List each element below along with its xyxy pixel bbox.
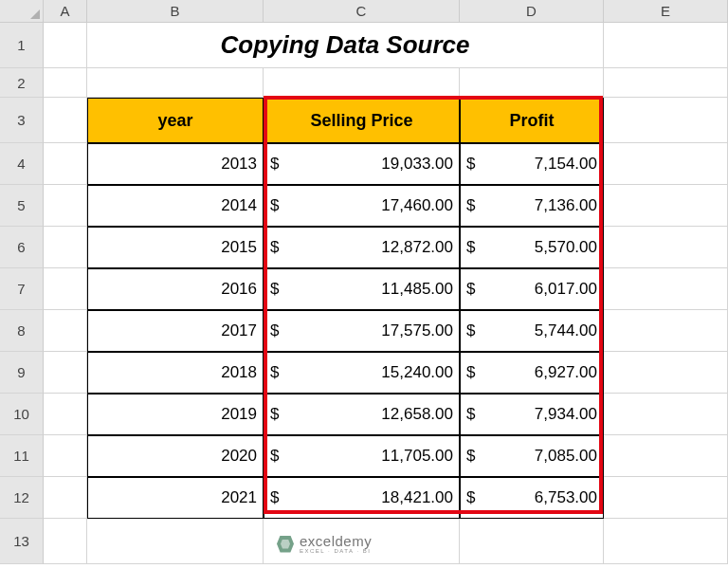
- select-all-corner[interactable]: [0, 0, 44, 23]
- amount: 17,460.00: [381, 196, 453, 215]
- row-header-2[interactable]: 2: [0, 68, 44, 98]
- cell-a1[interactable]: [44, 23, 87, 68]
- row-header-9[interactable]: 9: [0, 352, 44, 394]
- cell-a3[interactable]: [44, 98, 87, 143]
- cell-year-2021[interactable]: 2021: [87, 477, 264, 519]
- cell-profit-2013[interactable]: $7,154.00: [460, 143, 604, 185]
- cell-year-2017[interactable]: 2017: [87, 310, 264, 352]
- col-header-a[interactable]: A: [44, 0, 87, 23]
- cell-a11[interactable]: [44, 435, 87, 477]
- cell-profit-2015[interactable]: $5,570.00: [460, 227, 604, 268]
- amount: 5,744.00: [535, 321, 597, 340]
- currency-symbol: $: [270, 321, 279, 340]
- currency-symbol: $: [270, 405, 279, 424]
- cell-profit-2018[interactable]: $6,927.00: [460, 352, 604, 394]
- currency-symbol: $: [466, 196, 475, 215]
- cell-e10[interactable]: [604, 394, 728, 435]
- row-header-11[interactable]: 11: [0, 435, 44, 477]
- currency-symbol: $: [270, 155, 279, 174]
- row-header-6[interactable]: 6: [0, 227, 44, 268]
- currency-symbol: $: [270, 488, 279, 507]
- cell-selling-2015[interactable]: $12,872.00: [264, 227, 460, 268]
- currency-symbol: $: [270, 238, 279, 257]
- amount: 6,927.00: [535, 363, 597, 382]
- cell-selling-2021[interactable]: $18,421.00: [264, 477, 460, 519]
- cell-e6[interactable]: [604, 227, 728, 268]
- row-header-12[interactable]: 12: [0, 477, 44, 519]
- row-header-5[interactable]: 5: [0, 185, 44, 227]
- cell-e5[interactable]: [604, 185, 728, 227]
- cell-e2[interactable]: [604, 68, 728, 98]
- cell-profit-2021[interactable]: $6,753.00: [460, 477, 604, 519]
- header-profit[interactable]: Profit: [460, 98, 604, 143]
- row-header-7[interactable]: 7: [0, 268, 44, 310]
- row-header-10[interactable]: 10: [0, 394, 44, 435]
- cell-e1[interactable]: [604, 23, 728, 68]
- cell-profit-2020[interactable]: $7,085.00: [460, 435, 604, 477]
- row-header-8[interactable]: 8: [0, 310, 44, 352]
- cell-profit-2017[interactable]: $5,744.00: [460, 310, 604, 352]
- cell-selling-2014[interactable]: $17,460.00: [264, 185, 460, 227]
- amount: 7,136.00: [535, 196, 597, 215]
- cell-e9[interactable]: [604, 352, 728, 394]
- cell-d2[interactable]: [460, 68, 604, 98]
- cell-selling-2019[interactable]: $12,658.00: [264, 394, 460, 435]
- cell-selling-2018[interactable]: $15,240.00: [264, 352, 460, 394]
- cell-profit-2019[interactable]: $7,934.00: [460, 394, 604, 435]
- cell-e11[interactable]: [604, 435, 728, 477]
- title-cell[interactable]: Copying Data Source: [87, 23, 604, 68]
- cell-a5[interactable]: [44, 185, 87, 227]
- cell-e3[interactable]: [604, 98, 728, 143]
- cell-b2[interactable]: [87, 68, 264, 98]
- cell-selling-2013[interactable]: $19,033.00: [264, 143, 460, 185]
- cell-year-2013[interactable]: 2013: [87, 143, 264, 185]
- cell-e13[interactable]: [604, 519, 728, 564]
- row-header-4[interactable]: 4: [0, 143, 44, 185]
- cell-a7[interactable]: [44, 268, 87, 310]
- cell-year-2019[interactable]: 2019: [87, 394, 264, 435]
- cell-year-2018[interactable]: 2018: [87, 352, 264, 394]
- cell-selling-2016[interactable]: $11,485.00: [264, 268, 460, 310]
- cell-a13[interactable]: [44, 519, 87, 564]
- header-year[interactable]: year: [87, 98, 264, 143]
- currency-symbol: $: [466, 488, 475, 507]
- col-header-e[interactable]: E: [604, 0, 728, 23]
- currency-symbol: $: [466, 405, 475, 424]
- currency-symbol: $: [466, 238, 475, 257]
- amount: 12,658.00: [381, 405, 453, 424]
- amount: 11,485.00: [381, 280, 453, 299]
- amount: 6,017.00: [535, 280, 597, 299]
- cell-a12[interactable]: [44, 477, 87, 519]
- cell-e8[interactable]: [604, 310, 728, 352]
- cell-a8[interactable]: [44, 310, 87, 352]
- cell-profit-2014[interactable]: $7,136.00: [460, 185, 604, 227]
- cell-year-2020[interactable]: 2020: [87, 435, 264, 477]
- currency-symbol: $: [466, 447, 475, 466]
- col-header-b[interactable]: B: [87, 0, 264, 23]
- cell-a9[interactable]: [44, 352, 87, 394]
- cell-d13[interactable]: [460, 519, 604, 564]
- cell-a6[interactable]: [44, 227, 87, 268]
- row-header-3[interactable]: 3: [0, 98, 44, 143]
- amount: 15,240.00: [381, 363, 453, 382]
- cell-e4[interactable]: [604, 143, 728, 185]
- row-header-13[interactable]: 13: [0, 519, 44, 564]
- cell-selling-2017[interactable]: $17,575.00: [264, 310, 460, 352]
- row-header-1[interactable]: 1: [0, 23, 44, 68]
- cell-a2[interactable]: [44, 68, 87, 98]
- cell-year-2015[interactable]: 2015: [87, 227, 264, 268]
- cell-a10[interactable]: [44, 394, 87, 435]
- cell-year-2016[interactable]: 2016: [87, 268, 264, 310]
- cell-profit-2016[interactable]: $6,017.00: [460, 268, 604, 310]
- cell-b13[interactable]: [87, 519, 264, 564]
- cell-selling-2020[interactable]: $11,705.00: [264, 435, 460, 477]
- cell-e7[interactable]: [604, 268, 728, 310]
- cell-year-2014[interactable]: 2014: [87, 185, 264, 227]
- cell-a4[interactable]: [44, 143, 87, 185]
- cell-c2[interactable]: [264, 68, 460, 98]
- col-header-d[interactable]: D: [460, 0, 604, 23]
- col-header-c[interactable]: C: [264, 0, 460, 23]
- cell-e12[interactable]: [604, 477, 728, 519]
- amount: 11,705.00: [381, 447, 453, 466]
- header-selling-price[interactable]: Selling Price: [264, 98, 460, 143]
